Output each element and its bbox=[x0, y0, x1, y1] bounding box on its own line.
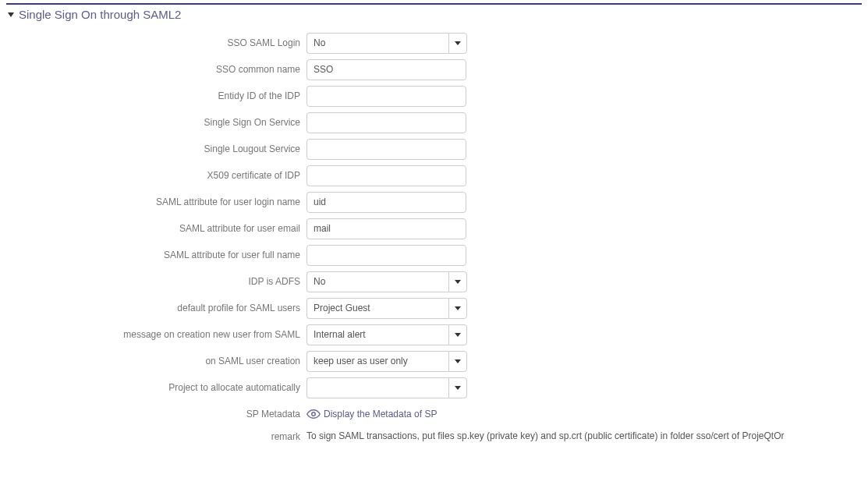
section-header[interactable]: Single Sign On through SAML2 bbox=[6, 3, 862, 27]
creation-msg-dropdown-btn[interactable] bbox=[448, 324, 467, 345]
adfs-select[interactable]: No bbox=[306, 271, 467, 292]
creation-msg-label: message on creation new user from SAML bbox=[6, 329, 306, 340]
attr-login-input[interactable] bbox=[306, 192, 466, 213]
remark-label: remark bbox=[6, 430, 306, 442]
on-creation-select[interactable]: keep user as user only bbox=[306, 351, 467, 372]
section-title: Single Sign On through SAML2 bbox=[19, 8, 181, 21]
chevron-down-icon bbox=[455, 306, 461, 310]
remark-text: To sign SAML transactions, put files sp.… bbox=[306, 430, 852, 443]
sso-service-label: Single Sign On Service bbox=[6, 117, 306, 128]
default-profile-label: default profile for SAML users bbox=[6, 303, 306, 313]
chevron-down-icon bbox=[455, 41, 461, 45]
common-name-label: SSO common name bbox=[6, 64, 306, 75]
chevron-down-icon bbox=[455, 386, 461, 390]
eye-icon bbox=[306, 407, 321, 421]
slo-service-label: Single Lougout Service bbox=[6, 143, 306, 154]
attr-email-label: SAML attribute for user email bbox=[6, 223, 306, 234]
entity-id-label: Entidy ID of the IDP bbox=[6, 90, 306, 101]
sso-login-value: No bbox=[306, 33, 448, 54]
on-creation-dropdown-btn[interactable] bbox=[448, 351, 467, 372]
x509-input[interactable] bbox=[306, 165, 466, 186]
default-profile-dropdown-btn[interactable] bbox=[448, 298, 467, 319]
slo-service-input[interactable] bbox=[306, 139, 466, 160]
adfs-label: IDP is ADFS bbox=[6, 276, 306, 287]
auto-project-select[interactable] bbox=[306, 377, 467, 398]
auto-project-value bbox=[306, 377, 448, 398]
default-profile-select[interactable]: Project Guest bbox=[306, 298, 467, 319]
attr-email-input[interactable] bbox=[306, 218, 466, 239]
attr-fullname-label: SAML attribute for user full name bbox=[6, 250, 306, 260]
sso-login-label: SSO SAML Login bbox=[6, 37, 306, 48]
disclosure-triangle-icon bbox=[8, 12, 14, 17]
chevron-down-icon bbox=[455, 280, 461, 284]
x509-label: X509 certificate of IDP bbox=[6, 170, 306, 181]
sso-login-select[interactable]: No bbox=[306, 33, 467, 54]
metadata-link-text: Display the Metadata of SP bbox=[324, 409, 437, 420]
default-profile-value: Project Guest bbox=[306, 298, 448, 319]
svg-point-0 bbox=[312, 412, 316, 416]
chevron-down-icon bbox=[455, 359, 461, 363]
metadata-link[interactable]: Display the Metadata of SP bbox=[306, 407, 437, 421]
sso-service-input[interactable] bbox=[306, 112, 466, 133]
entity-id-input[interactable] bbox=[306, 86, 466, 107]
on-creation-value: keep user as user only bbox=[306, 351, 448, 372]
metadata-label: SP Metadata bbox=[6, 409, 306, 420]
creation-msg-value: Internal alert bbox=[306, 324, 448, 345]
creation-msg-select[interactable]: Internal alert bbox=[306, 324, 467, 345]
on-creation-label: on SAML user creation bbox=[6, 356, 306, 366]
auto-project-dropdown-btn[interactable] bbox=[448, 377, 467, 398]
chevron-down-icon bbox=[455, 333, 461, 337]
adfs-dropdown-btn[interactable] bbox=[448, 271, 467, 292]
common-name-input[interactable] bbox=[306, 59, 466, 80]
adfs-value: No bbox=[306, 271, 448, 292]
auto-project-label: Project to allocate automatically bbox=[6, 382, 306, 393]
attr-login-label: SAML attribute for user login name bbox=[6, 196, 306, 207]
sso-login-dropdown-btn[interactable] bbox=[448, 33, 467, 54]
attr-fullname-input[interactable] bbox=[306, 245, 466, 266]
